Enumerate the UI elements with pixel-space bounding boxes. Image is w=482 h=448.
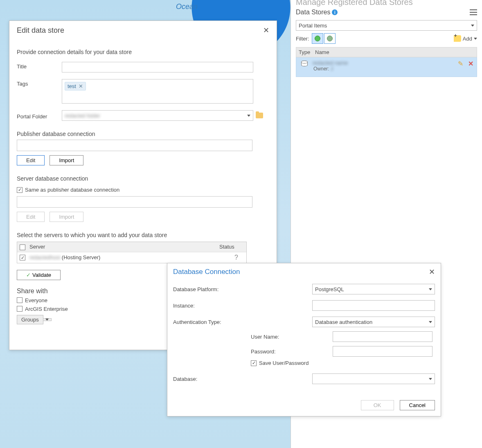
- tag-chip[interactable]: test ✕: [65, 82, 86, 91]
- tag-text: test: [68, 83, 76, 89]
- owner-value: J: [331, 66, 333, 72]
- same-as-publisher-checkbox[interactable]: [17, 187, 23, 193]
- server-conn-label: Server database connection: [17, 175, 269, 182]
- server-row-checkbox[interactable]: [20, 255, 25, 260]
- info-icon[interactable]: i: [332, 9, 338, 15]
- username-label: User Name:: [251, 334, 333, 340]
- panel-title: Manage Registered Data Stores: [291, 0, 482, 7]
- data-store-item[interactable]: redacted name Owner: J ✎ ✕: [296, 57, 477, 77]
- instance-input[interactable]: [312, 300, 435, 311]
- portal-folder-select[interactable]: redacted folder: [62, 110, 253, 121]
- title-input[interactable]: [62, 62, 253, 72]
- save-credentials-checkbox[interactable]: [251, 360, 257, 366]
- tags-label: Tags: [17, 79, 62, 87]
- edit-server-connection-button: Edit: [17, 212, 45, 222]
- server-conn-input: [17, 196, 252, 208]
- share-everyone-checkbox[interactable]: [17, 297, 23, 303]
- status-unknown-icon: ?: [234, 254, 238, 261]
- chevron-down-icon: [429, 288, 432, 290]
- hamburger-menu-icon[interactable]: [470, 9, 477, 15]
- chevron-down-icon: [247, 115, 250, 117]
- import-connection-button[interactable]: Import: [50, 155, 83, 165]
- server-table: Server Status redactedhost (Hosting Serv…: [17, 242, 247, 263]
- add-folder-icon: [454, 35, 461, 42]
- tags-input[interactable]: test ✕: [62, 79, 253, 104]
- database-label: Database:: [173, 376, 312, 382]
- chevron-down-icon: [474, 38, 477, 40]
- col-type: Type: [299, 49, 315, 55]
- ok-button: OK: [361, 400, 394, 410]
- chevron-down-icon: [429, 321, 432, 323]
- edit-icon[interactable]: ✎: [458, 60, 463, 68]
- dialog-subtitle: Provide connection details for your data…: [17, 49, 269, 55]
- database-icon: [301, 61, 308, 66]
- filter-shared-button[interactable]: [324, 33, 336, 44]
- close-icon[interactable]: ✕: [429, 267, 435, 276]
- col-name: Name: [315, 49, 329, 55]
- server-checkbox-all[interactable]: [20, 244, 25, 250]
- view-select[interactable]: Portal Items: [296, 20, 477, 31]
- owner-label: Owner:: [313, 66, 329, 72]
- database-select[interactable]: [312, 373, 435, 384]
- user-icon: [327, 36, 333, 41]
- map-ocean-label: Ocean: [176, 2, 198, 11]
- auth-type-value: Database authentication: [315, 319, 372, 325]
- data-store-table-header: Type Name: [296, 47, 477, 57]
- check-icon: ✓: [26, 272, 31, 278]
- filter-label: Filter:: [296, 36, 309, 42]
- platform-label: Database Platform:: [173, 286, 312, 292]
- save-credentials-label: Save User/Password: [259, 360, 309, 366]
- share-enterprise-checkbox[interactable]: [17, 306, 23, 312]
- filter-my-content-button[interactable]: [312, 33, 323, 44]
- data-stores-heading: Data Stores: [296, 9, 330, 16]
- add-label: Add: [463, 36, 472, 42]
- db-dialog-title: Database Connection: [173, 268, 240, 276]
- add-dropdown[interactable]: Add: [454, 35, 477, 42]
- instance-label: Instance:: [173, 303, 312, 309]
- chevron-down-icon: [45, 319, 49, 321]
- edit-connection-button[interactable]: Edit: [17, 155, 45, 165]
- col-server: Server: [29, 244, 219, 250]
- auth-type-label: Authentication Type:: [173, 319, 312, 325]
- folder-icon[interactable]: [256, 113, 263, 118]
- title-label: Title: [17, 62, 62, 70]
- chevron-down-icon: [429, 378, 432, 380]
- data-store-item-name: redacted name: [313, 60, 348, 66]
- close-icon[interactable]: ✕: [263, 26, 269, 35]
- select-servers-label: Select the servers to which you want to …: [17, 232, 269, 238]
- platform-select[interactable]: PostgreSQL: [312, 284, 435, 294]
- user-icon: [315, 36, 320, 41]
- chevron-down-icon: [471, 25, 474, 27]
- dialog-title: Edit data store: [17, 26, 64, 35]
- username-input[interactable]: [333, 331, 432, 342]
- same-as-publisher-label: Same as publisher database connection: [25, 187, 119, 193]
- server-row-name: (Hosting Server): [62, 254, 101, 260]
- share-everyone-label: Everyone: [25, 297, 47, 303]
- password-label: Password:: [251, 348, 333, 355]
- delete-icon[interactable]: ✕: [468, 60, 473, 68]
- server-row[interactable]: redactedhost (Hosting Server) ?: [17, 252, 246, 263]
- auth-type-select[interactable]: Database authentication: [312, 317, 435, 327]
- portal-folder-label: Portal Folder: [17, 112, 62, 120]
- validate-button[interactable]: ✓ Validate: [17, 270, 61, 280]
- password-input[interactable]: [333, 346, 432, 357]
- remove-tag-icon[interactable]: ✕: [79, 83, 83, 89]
- share-enterprise-label: ArcGIS Enterprise: [25, 306, 68, 312]
- view-select-value: Portal Items: [299, 23, 327, 29]
- col-status: Status: [219, 244, 244, 250]
- database-connection-dialog: Database Connection ✕ Database Platform:…: [167, 263, 441, 416]
- platform-value: PostgreSQL: [315, 286, 344, 292]
- publisher-conn-input[interactable]: [17, 140, 252, 151]
- cancel-button[interactable]: Cancel: [400, 400, 435, 410]
- publisher-conn-label: Publisher database connection: [17, 131, 269, 137]
- import-server-connection-button: Import: [50, 212, 83, 222]
